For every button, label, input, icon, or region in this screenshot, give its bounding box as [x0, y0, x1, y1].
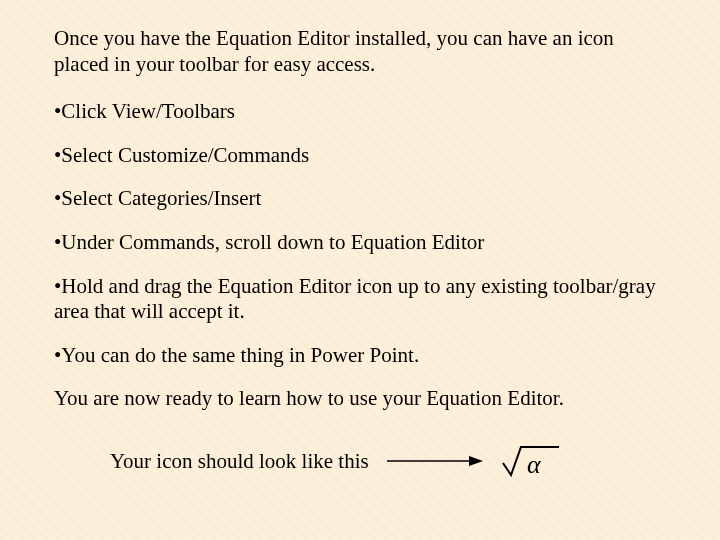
- step-text: Click View/Toolbars: [61, 99, 235, 123]
- step-text: Select Categories/Insert: [61, 186, 261, 210]
- step-item: •Select Customize/Commands: [54, 143, 666, 169]
- step-item: •Hold and drag the Equation Editor icon …: [54, 274, 666, 325]
- arrow-icon: [387, 453, 483, 469]
- icon-example-line: Your icon should look like this α: [110, 441, 666, 481]
- step-text: Under Commands, scroll down to Equation …: [61, 230, 484, 254]
- icon-example-text: Your icon should look like this: [110, 449, 369, 474]
- closing-text: You are now ready to learn how to use yo…: [54, 386, 666, 411]
- slide: Once you have the Equation Editor instal…: [0, 0, 720, 540]
- equation-editor-icon: α: [501, 441, 561, 481]
- alpha-glyph: α: [527, 450, 542, 479]
- step-item: •Under Commands, scroll down to Equation…: [54, 230, 666, 256]
- intro-text: Once you have the Equation Editor instal…: [54, 26, 666, 77]
- step-item: •Select Categories/Insert: [54, 186, 666, 212]
- steps-list: •Click View/Toolbars •Select Customize/C…: [54, 99, 666, 368]
- step-text: Select Customize/Commands: [61, 143, 309, 167]
- step-item: •You can do the same thing in Power Poin…: [54, 343, 666, 369]
- step-text: Hold and drag the Equation Editor icon u…: [54, 274, 656, 324]
- step-item: •Click View/Toolbars: [54, 99, 666, 125]
- svg-marker-1: [469, 456, 483, 466]
- step-text: You can do the same thing in Power Point…: [61, 343, 419, 367]
